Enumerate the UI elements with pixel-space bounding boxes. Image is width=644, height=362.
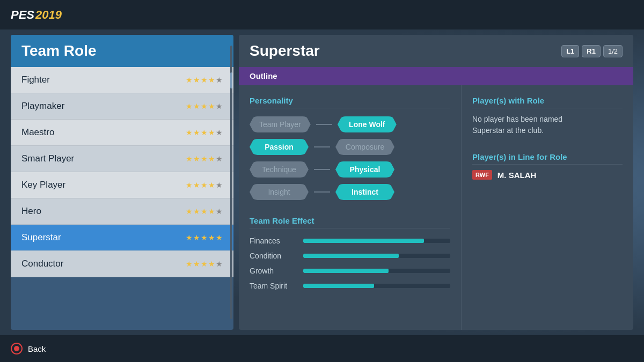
- star-icon: ★: [216, 233, 223, 242]
- superstar-title: Superstar: [250, 42, 320, 60]
- stars: ★★★★★: [186, 207, 223, 216]
- star-icon: ★: [201, 181, 208, 189]
- role-name: Playmaker: [21, 101, 64, 112]
- role-name: Key Player: [21, 180, 65, 190]
- effect-title: Team Role Effect: [250, 216, 450, 228]
- role-item[interactable]: Conductor★★★★★: [11, 251, 233, 277]
- star-icon: ★: [201, 154, 208, 163]
- star-icon: ★: [193, 233, 200, 242]
- nav-buttons: L1 R1 1/2: [561, 45, 623, 57]
- logo-year: 2019: [35, 8, 62, 22]
- r1-button[interactable]: R1: [582, 45, 601, 57]
- star-icon: ★: [186, 260, 193, 268]
- trait-right: Physical: [335, 161, 394, 178]
- trait-right: Composure: [335, 139, 394, 155]
- star-icon: ★: [201, 76, 208, 84]
- star-icon: ★: [193, 76, 200, 84]
- star-icon: ★: [186, 207, 193, 216]
- role-item[interactable]: Maestro★★★★★: [11, 120, 233, 146]
- star-icon: ★: [186, 233, 193, 242]
- left-panel-header: Team Role: [11, 35, 233, 67]
- star-icon: ★: [216, 128, 223, 137]
- effect-label: Condition: [250, 252, 298, 260]
- bottom-bar: Back: [0, 335, 644, 362]
- right-header: Superstar L1 R1 1/2: [239, 35, 633, 67]
- bar-fill: [303, 284, 374, 288]
- stars: ★★★★★: [186, 128, 223, 137]
- star-icon: ★: [186, 76, 193, 84]
- star-icon: ★: [208, 102, 215, 110]
- right-panel: Superstar L1 R1 1/2 Outline Personality …: [239, 35, 633, 330]
- role-item[interactable]: Hero★★★★★: [11, 198, 233, 225]
- star-icon: ★: [193, 207, 200, 216]
- role-item[interactable]: Playmaker★★★★★: [11, 93, 233, 120]
- star-icon: ★: [201, 260, 208, 268]
- role-name: Fighter: [21, 75, 50, 85]
- top-bar: PES 2019: [0, 0, 644, 29]
- star-icon: ★: [208, 260, 215, 268]
- star-icon: ★: [216, 76, 223, 84]
- star-icon: ★: [208, 128, 215, 137]
- role-item[interactable]: Superstar★★★★★: [11, 225, 233, 251]
- trait-connector: [314, 146, 330, 147]
- personality-row: TechniquePhysical: [250, 161, 450, 178]
- left-section: Personality Team PlayerLone WolfPassionC…: [239, 85, 462, 330]
- trait-left: Technique: [250, 161, 309, 178]
- effect-row: Condition: [250, 252, 450, 260]
- role-name: Smart Player: [21, 153, 74, 164]
- star-icon: ★: [216, 260, 223, 268]
- role-name: Hero: [21, 206, 41, 217]
- outline-label: Outline: [250, 71, 277, 80]
- bar-container: [303, 284, 450, 288]
- back-button-circle[interactable]: [11, 343, 23, 354]
- star-icon: ★: [193, 181, 200, 189]
- personality-row: InsightInstinct: [250, 184, 450, 200]
- role-name: Superstar: [21, 232, 61, 243]
- effect-row: Finances: [250, 237, 450, 245]
- bar-fill: [303, 239, 424, 243]
- bar-fill: [303, 254, 399, 258]
- logo: PES 2019: [11, 8, 62, 22]
- trait-connector: [314, 169, 330, 170]
- star-icon: ★: [216, 207, 223, 216]
- players-in-line-title: Player(s) in Line for Role: [472, 152, 623, 165]
- section-header: Outline: [239, 67, 633, 85]
- logo-pes: PES: [11, 8, 34, 22]
- star-icon: ★: [216, 154, 223, 163]
- page-indicator: 1/2: [603, 45, 623, 57]
- trait-left: Team Player: [250, 116, 311, 132]
- star-icon: ★: [216, 181, 223, 189]
- role-list: Fighter★★★★★Playmaker★★★★★Maestro★★★★★Sm…: [11, 67, 233, 330]
- effect-bars: FinancesConditionGrowthTeam Spirit: [250, 237, 450, 290]
- no-player-text: No player has been named Superstar at th…: [472, 114, 623, 136]
- star-icon: ★: [216, 102, 223, 110]
- star-icon: ★: [193, 154, 200, 163]
- role-item[interactable]: Fighter★★★★★: [11, 67, 233, 93]
- personality-row: Team PlayerLone Wolf: [250, 116, 450, 132]
- role-item[interactable]: Key Player★★★★★: [11, 172, 233, 198]
- effect-row: Team Spirit: [250, 282, 450, 290]
- bar-container: [303, 269, 450, 273]
- left-panel: Team Role Fighter★★★★★Playmaker★★★★★Maes…: [11, 35, 233, 330]
- star-icon: ★: [208, 207, 215, 216]
- stars: ★★★★★: [186, 260, 223, 268]
- trait-right: Instinct: [335, 184, 394, 200]
- player-row: RWFM. SALAH: [472, 170, 623, 180]
- right-content: Personality Team PlayerLone WolfPassionC…: [239, 85, 633, 330]
- position-badge: RWF: [472, 170, 492, 180]
- stars: ★★★★★: [186, 181, 223, 189]
- back-button-inner: [14, 346, 19, 351]
- trait-connector: [314, 191, 330, 193]
- trait-right: Lone Wolf: [338, 116, 397, 132]
- back-label: Back: [28, 344, 46, 353]
- bar-container: [303, 239, 450, 243]
- role-item[interactable]: Smart Player★★★★★: [11, 146, 233, 172]
- scroll-thumb: [230, 72, 232, 88]
- trait-left: Insight: [250, 184, 309, 200]
- stars: ★★★★★: [186, 233, 223, 242]
- stars: ★★★★★: [186, 76, 223, 84]
- l1-button[interactable]: L1: [561, 45, 579, 57]
- trait-left: Passion: [250, 139, 309, 155]
- team-role-title: Team Role: [21, 42, 97, 59]
- star-icon: ★: [193, 128, 200, 137]
